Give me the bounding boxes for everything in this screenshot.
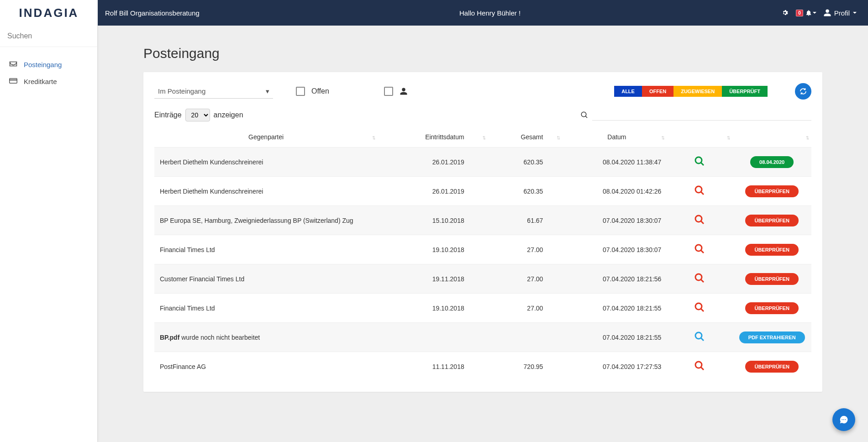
sidebar-nav: PosteingangKreditkarte (0, 47, 97, 99)
toolbar: Im Posteingang ▾ Offen ALLE OFFEN ZUGEWI… (154, 83, 811, 100)
cell-eintritt: 19.10.2018 (378, 235, 469, 264)
view-icon[interactable] (694, 302, 705, 313)
cell-datum: 07.04.2020 18:30:07 (548, 206, 667, 235)
view-icon[interactable] (694, 331, 705, 342)
table-row: Financial Times Ltd19.10.201827.0007.04.… (154, 235, 811, 264)
caret-down-icon (812, 11, 817, 15)
table-search-input[interactable] (592, 110, 811, 121)
cell-action: ÜBERPRÜFEN (732, 206, 811, 235)
top-header: INDAGIA Rolf Bill Organisationsberatung … (0, 0, 868, 26)
chevron-down-icon: ▾ (266, 87, 269, 95)
cell-gegenpartei: Financial Times Ltd (154, 235, 378, 264)
cell-datum: 07.04.2020 18:21:55 (548, 323, 667, 352)
user-checkbox[interactable] (384, 87, 393, 96)
sidebar-item-kreditkarte[interactable]: Kreditkarte (0, 73, 97, 90)
entries-select[interactable]: 20 (185, 109, 210, 121)
refresh-button[interactable] (795, 83, 811, 100)
cell-gesamt: 27.00 (470, 294, 549, 323)
pill-zugewiesen[interactable]: ZUGEWIESEN (673, 86, 722, 97)
pill-offen[interactable]: OFFEN (642, 86, 673, 97)
col-gegenpartei[interactable]: Gegenpartei↑↓ (154, 127, 378, 147)
svg-line-9 (701, 221, 704, 224)
row-action-button[interactable]: ÜBERPRÜFEN (745, 273, 798, 285)
cell-view (667, 206, 732, 235)
svg-point-6 (695, 186, 702, 193)
row-action-button[interactable]: ÜBERPRÜFEN (745, 361, 798, 373)
cell-view (667, 235, 732, 264)
inbox-icon (9, 61, 17, 68)
cell-gesamt: 61.67 (470, 206, 549, 235)
cell-gesamt: 27.00 (470, 264, 549, 294)
view-icon[interactable] (694, 273, 705, 284)
profile-menu[interactable]: Profil (823, 9, 857, 17)
row-action-button[interactable]: 08.04.2020 (750, 156, 794, 168)
bell-icon (805, 9, 812, 16)
cell-gegenpartei: Financial Times Ltd (154, 294, 378, 323)
entries-suffix: anzeigen (214, 111, 243, 119)
cell-gesamt: 620.35 (470, 177, 549, 206)
cell-action: ÜBERPRÜFEN (732, 352, 811, 381)
cell-gegenpartei: Herbert Diethelm Kundenschreinerei (154, 177, 378, 206)
row-action-button[interactable]: ÜBERPRÜFEN (745, 244, 798, 256)
brand-logo[interactable]: INDAGIA (0, 0, 98, 26)
svg-line-19 (701, 367, 704, 370)
col-datum[interactable]: Datum↑↓ (548, 127, 667, 147)
page-title: Posteingang (143, 46, 822, 61)
cell-datum: 07.04.2020 18:21:56 (548, 264, 667, 294)
cell-gegenpartei: Herbert Diethelm Kundenschreinerei (154, 147, 378, 177)
search-input[interactable] (5, 29, 92, 43)
cell-gegenpartei: BP Europa SE, Hamburg, Zweigniederlassun… (154, 206, 378, 235)
filter-dropdown[interactable]: Im Posteingang ▾ (154, 84, 273, 99)
col-action[interactable]: ↑↓ (732, 127, 811, 147)
svg-point-16 (695, 332, 702, 339)
table-search[interactable] (580, 110, 811, 121)
filter-user[interactable] (384, 87, 408, 96)
svg-point-2 (581, 112, 586, 117)
cell-view (667, 294, 732, 323)
table-controls: Einträge 20 anzeigen (154, 109, 811, 121)
table-row: Herbert Diethelm Kundenschreinerei26.01.… (154, 177, 811, 206)
main-content: Posteingang Im Posteingang ▾ Offen ALLE (98, 0, 868, 410)
view-icon[interactable] (694, 214, 705, 225)
row-action-button[interactable]: ÜBERPRÜFEN (745, 302, 798, 314)
offen-checkbox[interactable] (296, 87, 305, 96)
col-view[interactable]: ↑↓ (667, 127, 732, 147)
sidebar-item-posteingang[interactable]: Posteingang (0, 56, 97, 73)
view-icon[interactable] (694, 185, 705, 196)
cell-datum: 07.04.2020 18:30:07 (548, 235, 667, 264)
cell-action: ÜBERPRÜFEN (732, 264, 811, 294)
col-gesamt[interactable]: Gesamt↑↓ (470, 127, 549, 147)
cell-action: 08.04.2020 (732, 147, 811, 177)
sidebar-search[interactable] (0, 26, 97, 47)
svg-line-7 (701, 192, 704, 195)
svg-line-15 (701, 309, 704, 311)
caret-down-icon (852, 11, 857, 15)
inbox-table: Gegenpartei↑↓ Eintrittsdatum↑↓ Gesamt↑↓ … (154, 127, 811, 381)
cell-eintritt: 19.11.2018 (378, 264, 469, 294)
view-icon[interactable] (694, 243, 705, 254)
cell-datum: 08.04.2020 01:42:26 (548, 177, 667, 206)
view-icon[interactable] (694, 360, 705, 371)
page-size[interactable]: Einträge 20 anzeigen (154, 109, 243, 121)
row-action-button[interactable]: PDF EXTRAHIEREN (739, 332, 805, 343)
sidebar: PosteingangKreditkarte (0, 26, 98, 410)
cell-datum: 07.04.2020 17:27:53 (548, 352, 667, 381)
filter-offen[interactable]: Offen (296, 87, 329, 96)
filter-selected-text: Im Posteingang (158, 87, 205, 95)
svg-rect-1 (10, 79, 17, 80)
cell-datum: 08.04.2020 11:38:47 (548, 147, 667, 177)
view-icon[interactable] (694, 156, 705, 167)
pill-alle[interactable]: ALLE (614, 86, 642, 97)
refresh-icon (799, 87, 807, 95)
cell-gesamt (470, 323, 549, 352)
pill-ueberprueft[interactable]: ÜBERPRÜFT (722, 86, 768, 97)
table-row: PostFinance AG11.11.2018720.9507.04.2020… (154, 352, 811, 381)
notifications[interactable]: 0 (796, 9, 817, 16)
row-action-button[interactable]: ÜBERPRÜFEN (745, 185, 798, 197)
cell-eintritt: 15.10.2018 (378, 206, 469, 235)
col-eintrittsdatum[interactable]: Eintrittsdatum↑↓ (378, 127, 469, 147)
cell-view (667, 323, 732, 352)
gears-icon[interactable] (780, 9, 789, 17)
row-action-button[interactable]: ÜBERPRÜFEN (745, 215, 798, 226)
cell-eintritt: 11.11.2018 (378, 352, 469, 381)
